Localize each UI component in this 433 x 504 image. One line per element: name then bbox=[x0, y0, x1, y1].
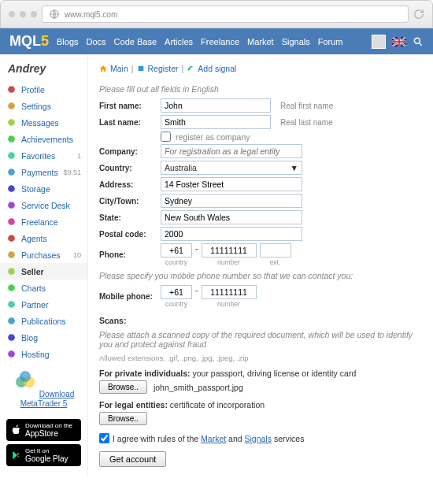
window-dot bbox=[20, 11, 26, 17]
signal-icon bbox=[187, 65, 194, 72]
sidebar-item-service-desk[interactable]: Service Desk bbox=[0, 197, 87, 213]
register-company-label: register as company bbox=[176, 132, 250, 142]
state-label: State: bbox=[99, 213, 156, 222]
svg-point-5 bbox=[8, 119, 15, 126]
sidebar-icon bbox=[6, 233, 17, 243]
sidebar-label: Hosting bbox=[21, 350, 50, 359]
sidebar-label: Favorites bbox=[21, 151, 55, 161]
phone-number-input[interactable] bbox=[202, 243, 257, 258]
svg-point-9 bbox=[8, 185, 15, 192]
googleplay-badge[interactable]: Get it onGoogle Play bbox=[6, 444, 81, 466]
agree-checkbox[interactable] bbox=[99, 433, 109, 443]
sidebar-item-storage[interactable]: Storage bbox=[0, 180, 87, 197]
crumb-register[interactable]: Register bbox=[148, 64, 179, 73]
phone-ext-input[interactable] bbox=[260, 243, 291, 258]
sidebar-icon bbox=[6, 283, 17, 293]
sidebar-label: Purchases bbox=[21, 250, 61, 260]
sidebar-icon bbox=[6, 84, 17, 94]
nav-signals[interactable]: Signals bbox=[282, 37, 310, 46]
last-name-input[interactable] bbox=[161, 115, 271, 129]
crumb-addsignal[interactable]: Add signal bbox=[198, 64, 236, 73]
sidebar-item-profile[interactable]: Profile bbox=[0, 81, 87, 98]
agree-text: I agree with rules of the Market and Sig… bbox=[113, 434, 304, 443]
signals-link[interactable]: Signals bbox=[245, 434, 272, 443]
nav-blogs[interactable]: Blogs bbox=[57, 37, 79, 46]
country-select[interactable]: Australia▼ bbox=[161, 161, 302, 175]
svg-point-6 bbox=[8, 135, 15, 143]
svg-point-3 bbox=[8, 86, 15, 93]
sidebar-item-purchases[interactable]: Purchases10 bbox=[0, 246, 87, 263]
avatar[interactable] bbox=[372, 35, 386, 49]
sidebar-item-agents[interactable]: Agents bbox=[0, 230, 87, 246]
postal-input[interactable] bbox=[161, 227, 302, 241]
crumb-main[interactable]: Main bbox=[110, 64, 128, 73]
sidebar-label: Messages bbox=[21, 118, 59, 128]
sidebar-icon bbox=[6, 101, 17, 111]
sidebar-icon bbox=[6, 200, 17, 210]
browse-legal-button[interactable]: Browse.. bbox=[99, 412, 147, 425]
nav-freelance[interactable]: Freelance bbox=[201, 37, 239, 46]
get-account-button[interactable]: Get account bbox=[99, 451, 166, 467]
sidebar-badge: 1 bbox=[77, 152, 81, 160]
register-company-checkbox[interactable] bbox=[161, 132, 171, 142]
sidebar-badge: $9.51 bbox=[63, 169, 81, 176]
uploaded-file: john_smith_passport.jpg bbox=[154, 383, 243, 392]
chevron-down-icon: ▼ bbox=[291, 163, 298, 172]
flag-uk-icon[interactable] bbox=[392, 37, 406, 46]
sidebar-item-favorites[interactable]: Favorites1 bbox=[0, 147, 87, 164]
sidebar-item-partner[interactable]: Partner bbox=[0, 296, 87, 313]
nav-forum[interactable]: Forum bbox=[318, 37, 343, 46]
window-dot bbox=[31, 11, 37, 17]
sidebar-item-payments[interactable]: Payments$9.51 bbox=[0, 164, 87, 180]
mobile-country-input[interactable] bbox=[161, 285, 192, 299]
company-input[interactable] bbox=[161, 144, 302, 158]
country-label: Country: bbox=[99, 164, 156, 172]
appstore-badge[interactable]: Download on theAppStore bbox=[6, 419, 81, 441]
nav-market[interactable]: Market bbox=[247, 37, 274, 46]
mobile-number-input[interactable] bbox=[202, 285, 257, 299]
sidebar-item-blog[interactable]: Blog bbox=[0, 329, 87, 346]
sidebar-item-charts[interactable]: Charts bbox=[0, 280, 87, 296]
refresh-icon[interactable] bbox=[413, 9, 424, 20]
market-link[interactable]: Market bbox=[201, 434, 226, 443]
nav-docs[interactable]: Docs bbox=[87, 37, 106, 46]
window-dot bbox=[9, 11, 15, 17]
url-bar[interactable]: www.mql5.com bbox=[42, 6, 409, 23]
svg-point-22 bbox=[20, 371, 31, 382]
address-input[interactable] bbox=[161, 177, 302, 191]
sidebar-item-seller[interactable]: Seller bbox=[0, 263, 87, 280]
metatrader-icon bbox=[13, 370, 37, 394]
sidebar-item-freelance[interactable]: Freelance bbox=[0, 213, 87, 230]
sidebar-icon bbox=[6, 332, 17, 343]
browse-private-button[interactable]: Browse.. bbox=[99, 380, 147, 394]
company-label: Company: bbox=[99, 147, 156, 156]
city-input[interactable] bbox=[161, 194, 302, 208]
sidebar-label: Publications bbox=[21, 317, 66, 326]
sidebar-item-settings[interactable]: Settings bbox=[0, 98, 87, 114]
private-label: For private individuals: bbox=[99, 369, 191, 378]
nav-codebase[interactable]: Code Base bbox=[114, 37, 157, 46]
browser-chrome: www.mql5.com bbox=[0, 0, 433, 28]
first-name-input[interactable] bbox=[161, 98, 271, 113]
top-nav: MQL5 Blogs Docs Code Base Articles Freel… bbox=[0, 28, 433, 54]
logo[interactable]: MQL5 bbox=[9, 33, 49, 50]
sidebar-label: Agents bbox=[21, 234, 47, 243]
legal-label: For legal entities: bbox=[99, 400, 168, 410]
phone-country-input[interactable] bbox=[161, 243, 192, 258]
sidebar-badge: 10 bbox=[73, 251, 81, 259]
sidebar-item-messages[interactable]: Messages bbox=[0, 114, 87, 131]
svg-point-15 bbox=[8, 284, 15, 291]
address-label: Address: bbox=[99, 180, 156, 189]
nav-articles[interactable]: Articles bbox=[165, 37, 193, 46]
sidebar-item-hosting[interactable]: Hosting bbox=[0, 346, 87, 362]
mobile-hint: Please specify you mobile phone number s… bbox=[99, 271, 422, 280]
apple-icon bbox=[11, 424, 22, 435]
sidebar-icon bbox=[6, 316, 17, 326]
last-name-label: Last name: bbox=[99, 118, 156, 127]
sidebar-item-achievements[interactable]: Achievements bbox=[0, 131, 87, 147]
sidebar-label: Seller bbox=[21, 267, 44, 276]
sidebar-item-publications[interactable]: Publications bbox=[0, 313, 87, 329]
search-icon[interactable] bbox=[413, 36, 424, 47]
sidebar-label: Partner bbox=[21, 300, 48, 309]
state-input[interactable] bbox=[161, 210, 302, 224]
